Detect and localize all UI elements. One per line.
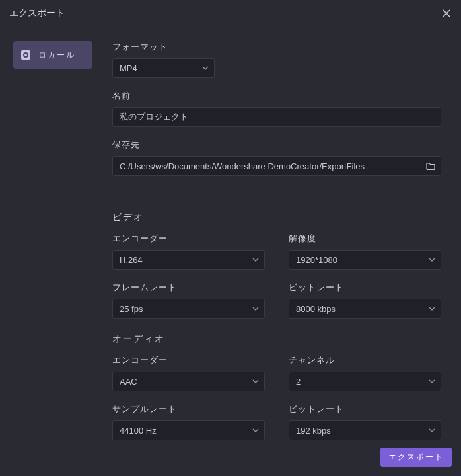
chevron-down-icon [252,258,259,262]
titlebar: エクスポート [0,0,461,26]
browse-folder-button[interactable] [426,162,435,170]
format-value: MP4 [120,63,137,73]
samplerate-value: 44100 Hz [120,426,157,436]
video-encoder-select[interactable]: H.264 [112,250,265,270]
chevron-down-icon [429,307,435,311]
content-panel: フォーマット MP4 名前 保存先 ビデオ [112,41,448,476]
name-label: 名前 [112,90,441,102]
channel-label: チャンネル [289,354,441,366]
resolution-label: 解像度 [289,233,441,245]
save-to-field: 保存先 [112,139,441,176]
audio-encoder-label: エンコーダー [112,354,265,366]
audio-encoder-value: AAC [120,377,137,387]
channel-select[interactable]: 2 [289,372,441,391]
audio-bitrate-field: ビットレート 192 kbps [289,403,441,440]
samplerate-select[interactable]: 44100 Hz [112,420,265,440]
chevron-down-icon [429,258,435,262]
chevron-down-icon [252,307,259,311]
chevron-down-icon [429,379,435,383]
channel-value: 2 [296,377,301,387]
audio-bitrate-value: 192 kbps [296,426,331,436]
framerate-value: 25 fps [120,304,143,314]
format-field: フォーマット MP4 [112,41,441,78]
save-to-input[interactable] [120,161,421,171]
export-button[interactable]: エクスポート [380,448,452,467]
resolution-value: 1920*1080 [296,255,337,265]
format-label: フォーマット [112,41,441,53]
audio-encoder-select[interactable]: AAC [112,372,265,391]
resolution-field: 解像度 1920*1080 [289,233,441,270]
video-encoder-label: エンコーダー [112,233,265,245]
resolution-select[interactable]: 1920*1080 [289,250,441,270]
chevron-down-icon [429,428,435,432]
video-bitrate-select[interactable]: 8000 kbps [289,299,441,319]
samplerate-field: サンプルレート 44100 Hz [112,403,265,440]
name-field: 名前 [112,90,441,127]
video-encoder-value: H.264 [120,255,143,265]
name-input-wrapper[interactable] [112,107,441,127]
format-select[interactable]: MP4 [112,58,215,78]
folder-icon [426,162,435,170]
framerate-field: フレームレート 25 fps [112,282,265,319]
video-heading: ビデオ [112,212,441,223]
framerate-label: フレームレート [112,282,265,294]
save-to-input-wrapper[interactable] [112,156,441,176]
chevron-down-icon [252,379,259,383]
save-to-label: 保存先 [112,139,441,151]
chevron-down-icon [202,66,209,70]
close-button[interactable] [441,8,452,19]
local-icon [20,49,32,61]
close-icon [443,9,450,17]
video-encoder-field: エンコーダー H.264 [112,233,265,270]
framerate-select[interactable]: 25 fps [112,299,265,319]
audio-bitrate-label: ビットレート [289,403,441,415]
bottom-bar: エクスポート [380,448,452,467]
name-input[interactable] [120,112,434,122]
samplerate-label: サンプルレート [112,403,265,415]
video-bitrate-field: ビットレート 8000 kbps [289,282,441,319]
chevron-down-icon [252,428,259,432]
dialog-title: エクスポート [9,7,65,19]
sidebar-item-label: ロカール [38,50,75,61]
channel-field: チャンネル 2 [289,354,441,391]
video-bitrate-label: ビットレート [289,282,441,294]
svg-rect-2 [24,54,27,56]
sidebar: ロカール [13,41,92,476]
sidebar-item-local[interactable]: ロカール [13,41,92,69]
audio-heading: オーディオ [112,333,441,345]
audio-encoder-field: エンコーダー AAC [112,354,265,391]
video-bitrate-value: 8000 kbps [296,304,336,314]
audio-bitrate-select[interactable]: 192 kbps [289,420,441,440]
